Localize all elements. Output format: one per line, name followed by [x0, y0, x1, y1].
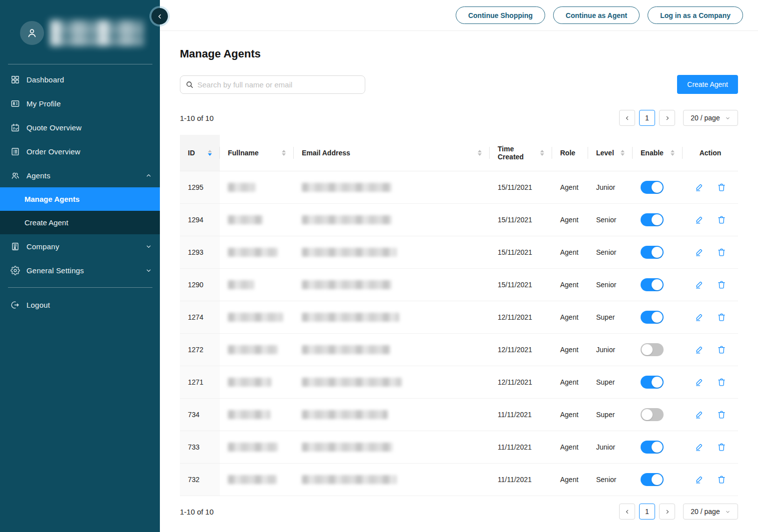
page-size-select[interactable]: 20 / page — [683, 110, 738, 126]
fullname-redacted-cell — [228, 183, 255, 192]
search-wrap — [180, 75, 365, 94]
delete-icon[interactable] — [717, 345, 727, 355]
edit-icon[interactable] — [694, 182, 704, 192]
delete-icon[interactable] — [717, 280, 727, 290]
time-created-cell: 12/11/2021 — [498, 313, 532, 321]
column-header-time-created[interactable]: Time Created — [490, 135, 552, 171]
delete-icon[interactable] — [717, 410, 727, 420]
edit-icon[interactable] — [694, 312, 704, 322]
table-row: 1272 12/11/2021 Agent Junior — [180, 334, 738, 366]
enable-toggle[interactable] — [641, 278, 664, 291]
sort-carets-icon — [478, 150, 482, 156]
time-created-cell: 15/11/2021 — [498, 216, 532, 224]
continue-shopping-button[interactable]: Continue Shopping — [456, 6, 545, 24]
sidebar-item-company[interactable]: Company — [0, 234, 160, 258]
chevron-down-icon — [145, 243, 152, 250]
sidebar-item-order-overview[interactable]: Order Overview — [0, 139, 160, 163]
edit-icon[interactable] — [694, 247, 704, 257]
time-created-cell: 11/11/2021 — [498, 476, 532, 484]
enable-toggle[interactable] — [641, 376, 664, 389]
level-cell: Senior — [596, 248, 616, 256]
search-input[interactable] — [180, 75, 365, 94]
level-cell: Junior — [596, 183, 615, 191]
enable-toggle[interactable] — [641, 181, 664, 194]
column-header-id[interactable]: ID — [180, 135, 220, 171]
sidebar-item-dashboard[interactable]: Dashboard — [0, 67, 160, 91]
fullname-redacted-cell — [228, 345, 278, 354]
email-redacted-cell — [302, 313, 399, 322]
page-1-button[interactable]: 1 — [639, 110, 655, 126]
sidebar-item-quote-overview[interactable]: Quote Overview — [0, 115, 160, 139]
table-row: 734 11/11/2021 Agent Super — [180, 399, 738, 431]
column-header-fullname[interactable]: Fullname — [220, 135, 294, 171]
sidebar-item-create-agent[interactable]: Create Agent — [0, 211, 160, 234]
edit-icon[interactable] — [694, 215, 704, 225]
sidebar-item-label: Agents — [26, 171, 139, 180]
table-row: 1294 15/11/2021 Agent Senior — [180, 204, 738, 236]
enable-toggle[interactable] — [641, 213, 664, 226]
edit-icon[interactable] — [694, 377, 704, 387]
next-page-button[interactable] — [659, 110, 675, 126]
column-header-level[interactable]: Level — [588, 135, 633, 171]
enable-toggle[interactable] — [641, 473, 664, 486]
login-as-company-button[interactable]: Log in as a Company — [648, 6, 743, 24]
delete-icon[interactable] — [717, 442, 727, 452]
column-label: Level — [596, 149, 614, 157]
enable-toggle[interactable] — [641, 311, 664, 324]
sidebar-divider — [8, 287, 152, 288]
column-header-enable[interactable]: Enable — [633, 135, 683, 171]
edit-icon[interactable] — [694, 410, 704, 420]
enable-toggle[interactable] — [641, 408, 664, 421]
column-label: Enable — [641, 149, 664, 157]
enable-toggle[interactable] — [641, 343, 664, 356]
role-cell: Agent — [560, 248, 579, 256]
sort-carets-icon — [671, 150, 675, 156]
delete-icon[interactable] — [717, 247, 727, 257]
time-created-cell: 15/11/2021 — [498, 281, 532, 289]
delete-icon[interactable] — [717, 377, 727, 387]
level-cell: Super — [596, 378, 615, 386]
column-header-email[interactable]: Email Address — [294, 135, 490, 171]
edit-icon[interactable] — [694, 280, 704, 290]
edit-icon[interactable] — [694, 345, 704, 355]
role-cell: Agent — [560, 476, 579, 484]
page-size-select[interactable]: 20 / page — [683, 504, 738, 520]
sidebar-item-manage-agents[interactable]: Manage Agents — [0, 187, 160, 211]
role-cell: Agent — [560, 346, 579, 354]
sidebar-item-logout[interactable]: Logout — [0, 293, 160, 317]
role-cell: Agent — [560, 216, 579, 224]
sort-carets-icon — [282, 150, 286, 156]
prev-page-button[interactable] — [619, 504, 635, 520]
next-page-button[interactable] — [659, 504, 675, 520]
email-redacted-cell — [302, 410, 388, 419]
page-size-label: 20 / page — [691, 508, 720, 516]
toolbar: Create Agent — [180, 75, 738, 94]
create-agent-button[interactable]: Create Agent — [677, 75, 738, 94]
email-redacted-cell — [302, 248, 397, 257]
dashboard-icon — [10, 74, 20, 84]
sidebar-item-general-settings[interactable]: General Settings — [0, 258, 160, 282]
enable-toggle[interactable] — [641, 246, 664, 259]
sidebar-collapse-button[interactable] — [151, 8, 168, 24]
enable-toggle[interactable] — [641, 441, 664, 454]
gear-icon — [10, 265, 20, 275]
agents-table: ID Fullname Email Address Time Created — [180, 135, 738, 496]
time-created-cell: 15/11/2021 — [498, 248, 532, 256]
delete-icon[interactable] — [717, 182, 727, 192]
pagination-bottom: 1-10 of 10 1 20 / page — [180, 504, 738, 520]
prev-page-button[interactable] — [619, 110, 635, 126]
pagination-controls: 1 20 / page — [619, 504, 738, 520]
continue-as-agent-button[interactable]: Continue as Agent — [553, 6, 640, 24]
delete-icon[interactable] — [717, 312, 727, 322]
sidebar-item-agents[interactable]: Agents — [0, 163, 160, 187]
delete-icon[interactable] — [717, 475, 727, 485]
time-created-cell: 11/11/2021 — [498, 411, 532, 419]
sidebar-item-my-profile[interactable]: My Profile — [0, 91, 160, 115]
edit-icon[interactable] — [694, 475, 704, 485]
edit-icon[interactable] — [694, 442, 704, 452]
sidebar-item-label: Order Overview — [26, 147, 152, 156]
page-title: Manage Agents — [180, 47, 738, 60]
page-1-button[interactable]: 1 — [639, 504, 655, 520]
delete-icon[interactable] — [717, 215, 727, 225]
time-created-cell: 12/11/2021 — [498, 346, 532, 354]
